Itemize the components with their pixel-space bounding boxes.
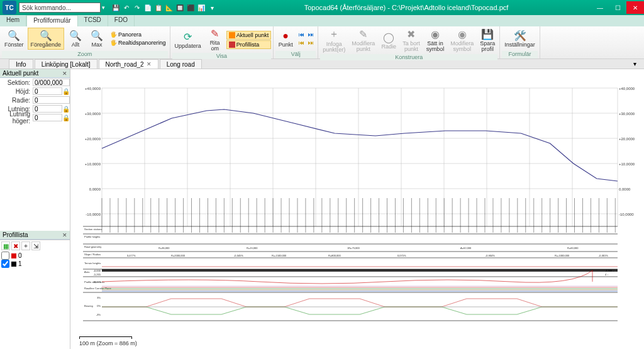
pl-check[interactable] [1, 260, 9, 268]
lock-icon[interactable]: 🔒 [62, 106, 70, 113]
tab-profilformular[interactable]: Profilformulär [26, 15, 77, 26]
next-icon[interactable]: ⏭ [306, 31, 316, 38]
insert-symbol-button[interactable]: ◉Sätt in symbol [424, 27, 447, 53]
first-icon[interactable]: ⏮ [297, 39, 306, 47]
qat-undo-icon[interactable]: ↶ [122, 3, 131, 12]
qat-save-icon[interactable]: 💾 [111, 3, 120, 12]
save-profile-button[interactable]: 💾Spara profil [477, 27, 497, 53]
profillista-item[interactable]: 0 [0, 252, 70, 260]
modify-point-button[interactable]: ✎Modifiera punkt [349, 27, 377, 53]
tab-fdo[interactable]: FDO [108, 15, 135, 26]
sektion-input[interactable]: 0/000,000 [33, 79, 70, 86]
color-swatch [11, 262, 16, 267]
svg-text:-5,265: -5,265 [94, 273, 101, 276]
insert-icon: ＋ [329, 28, 339, 41]
redraw-button[interactable]: ✎Rita om [205, 26, 225, 53]
ribbon-group-zoom: 🔍Fönster 🔍Föregående 🔍Allt 🔍Max 🖐️Panore… [0, 26, 170, 58]
pl-delete-icon[interactable]: ✖ [11, 241, 20, 250]
doc-tabs-menu[interactable]: ▾ [627, 59, 643, 69]
radius-button[interactable]: ◯Radie [379, 30, 399, 51]
pan-button[interactable]: 🖐️Panorera [108, 31, 168, 38]
qat-dropdown-icon[interactable]: ▾ [208, 3, 216, 12]
pl-check[interactable] [1, 252, 9, 260]
svg-text:-10,0000: -10,0000 [619, 213, 634, 216]
svg-text:Bearing: Bearing [84, 304, 93, 307]
tab-tcsd[interactable]: TCSD [78, 15, 108, 26]
svg-text:Section stations: Section stations [84, 228, 102, 231]
svg-text:0,0000: 0,0000 [89, 187, 101, 191]
zoom-all-button[interactable]: 🔍Allt [65, 28, 86, 49]
doc-tab-north-road[interactable]: North_road_2✕ [99, 59, 158, 69]
ribbon-group-konstruera: ＋Infoga punkt(er) ✎Modifiera punkt ◯Radi… [318, 26, 500, 58]
magnifier-icon: 🔍 [8, 30, 20, 42]
qat-icon[interactable]: 📊 [197, 3, 206, 12]
doc-tab-linkoping[interactable]: Linköping [Lokalt] [35, 59, 97, 69]
edit-icon: ✎ [359, 28, 367, 40]
save-icon: 💾 [481, 28, 494, 40]
svg-text:R=800,000: R=800,000 [328, 254, 341, 257]
refresh-button[interactable]: ⟳Uppdatera [172, 30, 204, 50]
aktuell-punkt-header: Aktuell punkt✕ [0, 69, 70, 78]
zoom-window-button[interactable]: 🔍Fönster [2, 28, 26, 49]
delete-point-button[interactable]: ✖Ta bort punkt [400, 27, 423, 53]
qat-icon[interactable]: 📋 [154, 3, 163, 12]
zoom-max-button[interactable]: 🔍Max [87, 28, 107, 49]
minimize-button[interactable]: — [591, 1, 609, 14]
qat-icon[interactable]: ⬛ [186, 3, 195, 12]
profillista-toggle[interactable]: Profillista [226, 40, 272, 49]
symbol-icon: ◉ [431, 28, 440, 40]
select-point-button[interactable]: ●Punkt [275, 29, 296, 49]
svg-text:3,477%: 3,477% [127, 254, 136, 257]
qat-redo-icon[interactable]: ↷ [133, 3, 142, 12]
lock-icon[interactable]: 🔒 [62, 114, 70, 121]
lock-icon[interactable]: 🔒 [62, 88, 70, 95]
aktuell-punkt-toggle[interactable]: Aktuell punkt [226, 31, 272, 40]
qat-icon[interactable]: 📐 [165, 3, 174, 12]
title-bar: TC Sök kommando... ▾ 💾 ↶ ↷ 📄 📋 📐 🔲 ⬛ 📊 ▾… [0, 0, 644, 15]
left-sidebar: Aktuell punkt✕ Sektion:0/000,000 Höjd:0🔒… [0, 69, 70, 349]
realtime-pan-button[interactable]: 🖐️Realtidspanorering [108, 39, 168, 47]
wrench-icon: 🛠️ [514, 30, 526, 42]
svg-text:Road geometry: Road geometry [84, 245, 101, 248]
magnifier-icon: 🔍 [69, 30, 82, 42]
profile-canvas[interactable]: +40,0000 +30,0000 +20,0000 +10,0000 0,00… [70, 69, 644, 349]
profillista-panel: ▦ ✖ ＋ ⇲ 0 1 [0, 240, 70, 349]
doc-tab-long-road[interactable]: Long road [160, 59, 202, 69]
insert-points-button[interactable]: ＋Infoga punkt(er) [320, 26, 348, 54]
search-dropdown-icon[interactable]: ▾ [102, 4, 105, 11]
qat-icon[interactable]: 📄 [143, 3, 152, 12]
ribbon-group-valj: ●Punkt ⏮⏭ ⏮⏭ Välj [274, 26, 318, 58]
command-search[interactable]: Sök kommando... [19, 3, 101, 13]
qat-icon[interactable]: 🔲 [175, 3, 184, 12]
pl-up-icon[interactable]: ＋ [21, 241, 30, 250]
last-icon[interactable]: ⏭ [306, 39, 316, 47]
redraw-icon: ✎ [211, 28, 219, 40]
modify-symbol-button[interactable]: ◉Modifiera symbol [448, 27, 476, 53]
prev-icon[interactable]: ⏮ [297, 31, 306, 38]
radie-input[interactable]: 0 [33, 96, 70, 104]
svg-text:+30,0000: +30,0000 [85, 112, 101, 116]
window-title: Topocad64 (Återförsäljare) - C:\Projekt\… [221, 4, 591, 11]
scale-bar [79, 336, 132, 339]
panel-close-icon[interactable]: ✕ [62, 232, 67, 238]
hojd-input[interactable]: 0 [33, 87, 62, 95]
lutning-input[interactable]: 0 [33, 105, 62, 113]
doc-tab-info[interactable]: Info [9, 59, 33, 69]
settings-button[interactable]: 🛠️Inställningar [502, 28, 538, 49]
zoom-previous-button[interactable]: 🔍Föregående [28, 28, 65, 50]
pl-add-icon[interactable]: ▦ [1, 241, 10, 250]
profillista-item[interactable]: 1 [0, 260, 70, 268]
tab-hem[interactable]: Hem [0, 15, 26, 26]
pl-down-icon[interactable]: ⇲ [31, 241, 40, 250]
hand-icon: 🖐️ [110, 40, 117, 46]
svg-text:+30,0000: +30,0000 [619, 112, 635, 116]
group-label: Välj [275, 51, 316, 58]
svg-text:+10,0000: +10,0000 [85, 162, 101, 166]
scale-text: 100 m (Zoom = 886 m) [79, 340, 137, 346]
lutning-hoger-input[interactable]: 0 [33, 114, 62, 121]
group-label: Formulär [502, 51, 538, 58]
panel-close-icon[interactable]: ✕ [62, 70, 67, 77]
close-icon[interactable]: ✕ [147, 61, 152, 67]
close-button[interactable]: ✕ [626, 1, 644, 14]
maximize-button[interactable]: ☐ [609, 1, 626, 14]
